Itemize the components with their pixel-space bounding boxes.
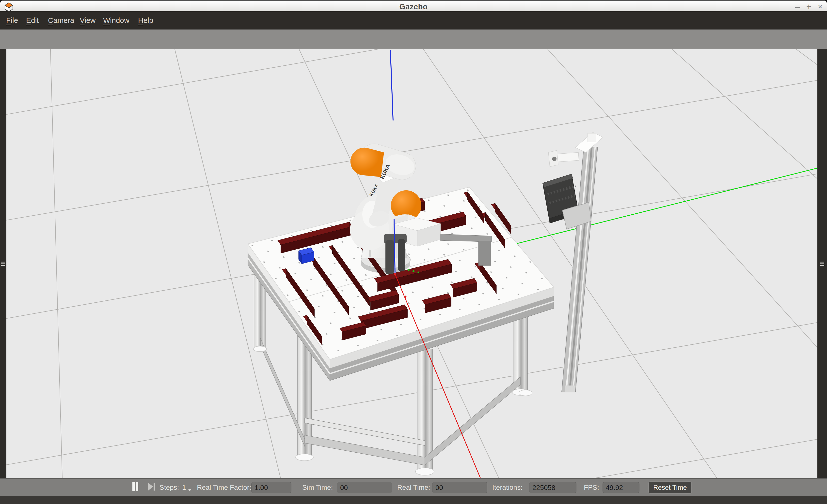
menu-bar: File Edit Camera View Window Help [0, 11, 827, 30]
maximize-button[interactable]: + [804, 1, 814, 11]
menu-window[interactable]: Window [103, 11, 130, 30]
step-button[interactable] [148, 482, 155, 493]
fps-label: FPS: [584, 484, 599, 492]
window-title: Gazebo [0, 2, 827, 11]
iterations-field[interactable]: 225058 [529, 482, 576, 493]
main-toolbar: LOG [0, 30, 827, 49]
right-panel-splitter[interactable] [817, 49, 827, 478]
simulation-status-bar: Steps: 1 Real Time Factor: 1.00 Sim Time… [0, 478, 827, 496]
close-button[interactable]: × [815, 1, 826, 11]
menu-view[interactable]: View [80, 11, 96, 30]
robot-orange-shoulder-cap [350, 148, 384, 177]
stand-foot-block [565, 386, 575, 392]
right-splitter-grip[interactable] [820, 261, 824, 267]
rtf-field[interactable]: 1.00 [251, 482, 291, 493]
pause-button[interactable] [132, 482, 139, 493]
left-splitter-grip[interactable] [1, 261, 5, 267]
steps-spinner[interactable] [188, 485, 192, 493]
left-panel-splitter[interactable] [0, 49, 6, 478]
pause-icon [132, 482, 139, 492]
real-time-field[interactable]: 00 00:04:11.166 [432, 482, 487, 493]
real-time-label: Real Time: [397, 484, 430, 492]
minimize-button[interactable]: – [792, 1, 803, 11]
window-bottom-edge [0, 496, 827, 504]
menu-file[interactable]: File [6, 11, 18, 30]
menu-camera[interactable]: Camera [48, 11, 74, 30]
render-viewport-3d[interactable]: KUKA KUKA [0, 49, 827, 478]
title-bar[interactable]: Gazebo – + × [0, 0, 827, 11]
sim-time-label: Sim Time: [302, 484, 333, 492]
rtf-label: Real Time Factor: [197, 484, 251, 492]
menu-edit[interactable]: Edit [26, 11, 39, 30]
stand-foot [519, 390, 532, 396]
steps-value[interactable]: 1 [182, 484, 186, 492]
scene-canvas[interactable]: KUKA KUKA [0, 49, 827, 478]
fps-field[interactable]: 49.92 [602, 482, 639, 493]
reset-time-button[interactable]: Reset Time [648, 482, 692, 494]
steps-label: Steps: [159, 484, 179, 492]
world-origin-marker [394, 273, 396, 275]
iterations-label: Iterations: [492, 484, 523, 492]
step-forward-icon [148, 482, 155, 491]
gazebo-window: Gazebo – + × File Edit Camera View Windo… [0, 0, 827, 504]
menu-help[interactable]: Help [138, 11, 153, 30]
sim-time-field[interactable]: 00 00:03:45.058 [337, 482, 392, 493]
